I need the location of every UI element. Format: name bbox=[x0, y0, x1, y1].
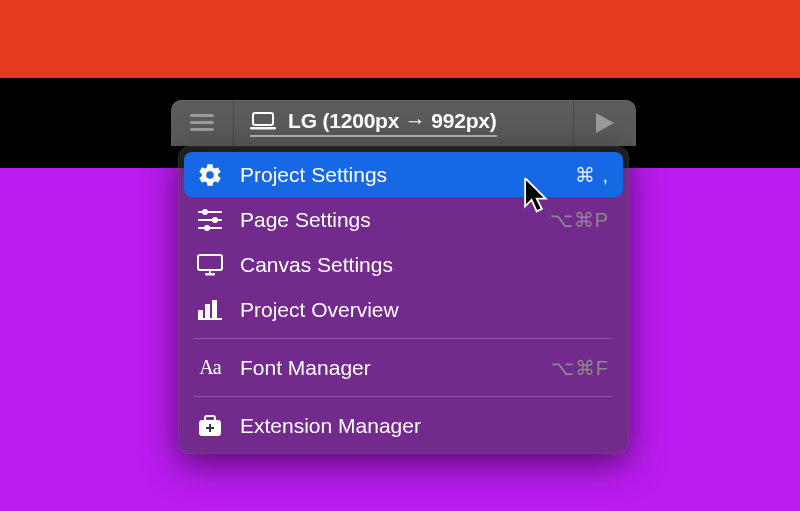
svg-rect-12 bbox=[198, 255, 222, 270]
svg-rect-2 bbox=[190, 128, 214, 131]
toolbar: LG (1200px → 992px) bbox=[171, 100, 636, 146]
preview-button[interactable] bbox=[574, 100, 636, 146]
gear-icon bbox=[197, 162, 223, 188]
menu-item-label: Project Overview bbox=[240, 298, 595, 322]
hamburger-icon bbox=[190, 114, 214, 132]
menu-divider bbox=[194, 396, 613, 397]
svg-rect-0 bbox=[190, 114, 214, 117]
svg-rect-3 bbox=[253, 113, 273, 125]
menu-item-label: Page Settings bbox=[240, 208, 536, 232]
menu-item-label: Font Manager bbox=[240, 356, 537, 380]
svg-rect-18 bbox=[198, 318, 222, 320]
breakpoint-selector[interactable]: LG (1200px → 992px) bbox=[234, 109, 573, 137]
briefcase-plus-icon bbox=[198, 415, 222, 437]
menu-item-label: Canvas Settings bbox=[240, 253, 595, 277]
svg-point-9 bbox=[202, 209, 208, 215]
menu-item-label: Project Settings bbox=[240, 163, 561, 187]
typography-icon: Aa bbox=[199, 356, 220, 379]
breakpoint-label: LG (1200px → 992px) bbox=[288, 109, 497, 133]
menu-item-project-settings[interactable]: Project Settings ⌘ , bbox=[184, 152, 623, 197]
menu-item-label: Extension Manager bbox=[240, 414, 595, 438]
svg-rect-22 bbox=[206, 427, 214, 429]
menu-item-canvas-settings[interactable]: Canvas Settings bbox=[184, 242, 623, 287]
svg-rect-1 bbox=[190, 121, 214, 124]
bar-chart-icon bbox=[198, 300, 222, 320]
menu-divider bbox=[194, 338, 613, 339]
laptop-icon bbox=[250, 112, 276, 130]
menu-item-page-settings[interactable]: Page Settings ⌥⌘P bbox=[184, 197, 623, 242]
bg-stripe-red bbox=[0, 0, 800, 78]
menu-item-shortcut: ⌥⌘F bbox=[551, 356, 609, 380]
svg-rect-4 bbox=[250, 127, 276, 130]
menu-item-extension-manager[interactable]: Extension Manager bbox=[184, 403, 623, 448]
menu-item-project-overview[interactable]: Project Overview bbox=[184, 287, 623, 332]
menu-item-font-manager[interactable]: Aa Font Manager ⌥⌘F bbox=[184, 345, 623, 390]
svg-point-11 bbox=[204, 225, 210, 231]
main-menu-button[interactable] bbox=[171, 100, 233, 146]
svg-rect-14 bbox=[209, 270, 211, 274]
svg-marker-5 bbox=[596, 113, 614, 133]
play-icon bbox=[596, 113, 614, 133]
svg-rect-20 bbox=[205, 416, 215, 421]
main-menu-dropdown: Project Settings ⌘ , Page Settings ⌥⌘P bbox=[178, 146, 629, 454]
svg-rect-17 bbox=[212, 300, 217, 320]
menu-item-shortcut: ⌥⌘P bbox=[550, 208, 609, 232]
svg-rect-16 bbox=[205, 304, 210, 320]
sliders-icon bbox=[198, 209, 222, 231]
svg-point-10 bbox=[212, 217, 218, 223]
menu-item-shortcut: ⌘ , bbox=[575, 163, 609, 187]
monitor-icon bbox=[197, 254, 223, 276]
